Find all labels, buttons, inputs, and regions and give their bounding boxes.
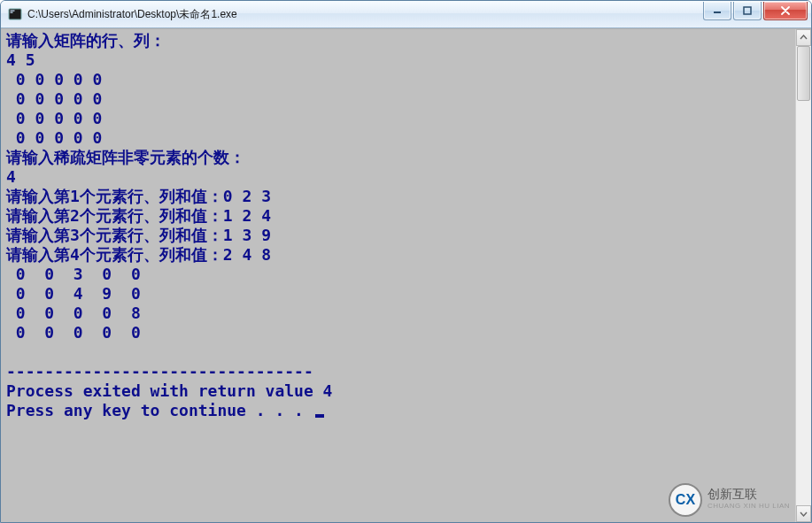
svg-rect-3 [714,12,721,13]
cursor [315,414,324,418]
maximize-icon [743,6,752,15]
vertical-scrollbar[interactable] [795,29,811,522]
console-output: 请输入矩阵的行、列： 4 5 0 0 0 0 0 0 0 0 0 0 0 0 0… [1,29,795,422]
window-controls [703,2,808,20]
chevron-down-icon [800,510,808,518]
logo-text: 创新互联 CHUANG XIN HU LIAN [708,488,790,512]
svg-rect-1 [11,11,15,12]
watermark-logo: CX 创新互联 CHUANG XIN HU LIAN [669,483,790,517]
close-button[interactable] [763,2,808,20]
maximize-button[interactable] [733,2,762,20]
app-icon [8,7,22,21]
logo-cn: 创新互联 [708,488,790,500]
scroll-track[interactable] [796,46,811,505]
titlebar[interactable]: C:\Users\Administrator\Desktop\未命名1.exe [1,1,811,28]
window-body: 请输入矩阵的行、列： 4 5 0 0 0 0 0 0 0 0 0 0 0 0 0… [1,28,811,522]
console-viewport[interactable]: 请输入矩阵的行、列： 4 5 0 0 0 0 0 0 0 0 0 0 0 0 0… [1,29,795,522]
scroll-down-button[interactable] [796,505,811,522]
close-icon [780,6,791,15]
scroll-up-button[interactable] [796,29,811,46]
logo-pinyin: CHUANG XIN HU LIAN [708,500,790,512]
window-title: C:\Users\Administrator\Desktop\未命名1.exe [27,7,237,22]
app-window: C:\Users\Administrator\Desktop\未命名1.exe … [0,0,812,523]
logo-mark: CX [669,483,702,517]
minimize-icon [713,6,722,15]
chevron-up-icon [800,34,808,42]
minimize-button[interactable] [703,2,731,20]
svg-rect-2 [11,12,13,13]
scroll-thumb[interactable] [797,46,810,101]
console-area: 请输入矩阵的行、列： 4 5 0 0 0 0 0 0 0 0 0 0 0 0 0… [1,28,811,522]
svg-rect-4 [744,7,751,14]
